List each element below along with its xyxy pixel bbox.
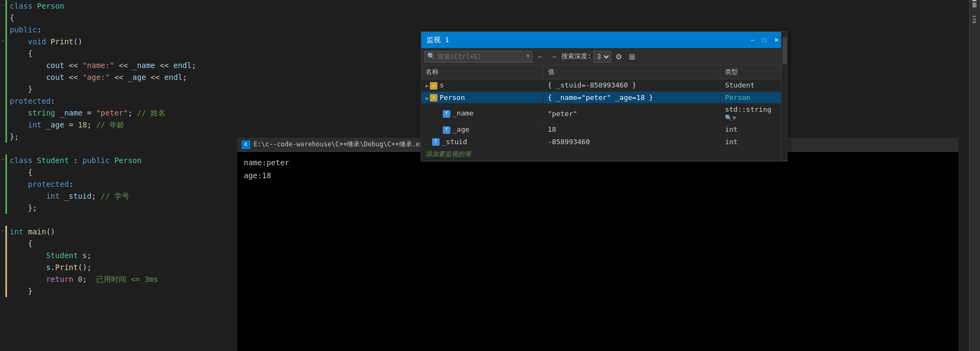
collapse-indicator-20[interactable] xyxy=(0,238,5,249)
line-content-17: }; xyxy=(8,202,237,214)
collapse-indicator-7[interactable] xyxy=(0,83,5,95)
token: "name:" xyxy=(78,61,114,70)
watch-add-label[interactable]: 添加要监视的项 xyxy=(421,148,787,161)
watch-restore-btn[interactable]: □ xyxy=(759,35,770,45)
depth-select[interactable]: 31245 xyxy=(593,51,611,63)
token: _name xyxy=(60,109,87,117)
collapse-indicator-3[interactable]: − xyxy=(0,36,5,48)
collapse-indicator-17[interactable] xyxy=(0,202,5,214)
watch-row-3[interactable]: f_age18int xyxy=(421,124,787,136)
col-type: 类型 xyxy=(721,65,787,79)
watch-name-1: ▶⚡Person xyxy=(421,91,543,104)
token: : xyxy=(73,156,83,165)
token: 已用时间 <= 3ms xyxy=(96,275,158,284)
token: { xyxy=(10,14,14,22)
collapse-indicator-15[interactable] xyxy=(0,178,5,190)
search-inline-icon[interactable]: 🔍▼ xyxy=(725,114,736,122)
code-line-2: public: xyxy=(0,24,237,36)
watch-value-1: { _name="peter" _age=18 } xyxy=(543,91,721,104)
watch-scrollbar[interactable] xyxy=(781,31,787,161)
collapse-indicator-10[interactable] xyxy=(0,119,5,131)
toolbar-filter-btn[interactable]: ⚙ xyxy=(613,51,625,62)
expand-icon-0[interactable]: ▶ xyxy=(426,83,429,89)
collapse-indicator-23[interactable] xyxy=(0,273,5,285)
search-input[interactable] xyxy=(437,53,524,60)
search-dropdown-icon[interactable]: ▼ xyxy=(526,53,530,59)
collapse-indicator-6[interactable] xyxy=(0,71,5,83)
code-editor: −class Person{public:− void Print() { co… xyxy=(0,0,237,351)
code-line-17: }; xyxy=(0,202,237,214)
right-panel-btn1[interactable]: 属性选项 xyxy=(970,2,979,9)
right-panel-btn2[interactable]: Git 提交 xyxy=(970,9,979,27)
collapse-indicator-16[interactable] xyxy=(0,190,5,202)
watch-value-4: -858993460 xyxy=(543,136,721,148)
code-line-6: cout << "age:" << _age << endl; xyxy=(0,71,237,83)
token: 0 xyxy=(78,275,82,284)
expand-icon-1[interactable]: ▶ xyxy=(426,95,429,101)
token: { xyxy=(10,49,32,58)
watch-row-2[interactable]: f_name"peter"std::string 🔍▼ xyxy=(421,104,787,124)
collapse-indicator-0[interactable]: − xyxy=(0,0,5,12)
collapse-indicator-1[interactable] xyxy=(0,12,5,24)
code-line-23: return 0; 已用时间 <= 3ms xyxy=(0,273,237,285)
token: << xyxy=(69,73,78,82)
line-content-1: { xyxy=(8,12,237,24)
token: : xyxy=(51,97,55,105)
token: endl xyxy=(165,73,183,82)
token: int xyxy=(10,120,46,129)
token: return xyxy=(10,275,78,284)
depth-label: 搜索深度: xyxy=(561,52,591,61)
collapse-indicator-18[interactable] xyxy=(0,214,5,226)
line-content-23: return 0; 已用时间 <= 3ms xyxy=(8,273,237,285)
watch-row-1[interactable]: ▶⚡Person{ _name="peter" _age=18 }Person xyxy=(421,91,787,104)
watch-name-2: f_name xyxy=(421,104,543,124)
watch-titlebar[interactable]: 监视 1 − □ ✕ xyxy=(421,32,787,48)
collapse-indicator-22[interactable] xyxy=(0,261,5,273)
token: public xyxy=(83,156,114,165)
watch-row-0[interactable]: ▶⚡s{ _stuid=-858993460 }Student xyxy=(421,79,787,92)
main-area: C E:\c--code-warehouse\C++继承\Debug\C++继承… xyxy=(237,0,969,351)
line-content-18 xyxy=(8,214,237,226)
token: = xyxy=(87,109,96,117)
token: << xyxy=(109,73,128,82)
collapse-indicator-12[interactable] xyxy=(0,143,5,154)
code-line-8: protected: xyxy=(0,95,237,107)
col-name: 名称 xyxy=(421,65,543,79)
collapse-indicator-13[interactable]: − xyxy=(0,154,5,166)
collapse-indicator-9[interactable] xyxy=(0,107,5,119)
collapse-indicator-5[interactable] xyxy=(0,59,5,71)
toolbar-cols-btn[interactable]: ⊞ xyxy=(627,51,638,62)
token: Print xyxy=(51,37,73,46)
token: ; xyxy=(87,251,91,260)
collapse-indicator-19[interactable]: − xyxy=(0,226,5,238)
collapse-indicator-14[interactable] xyxy=(0,166,5,178)
collapse-indicator-2[interactable] xyxy=(0,24,5,36)
collapse-indicator-4[interactable] xyxy=(0,48,5,59)
watch-scrollbar-thumb[interactable] xyxy=(783,37,787,64)
watch-row-4[interactable]: f_stuid-858993460int xyxy=(421,136,787,148)
token: protected xyxy=(10,180,69,188)
token: ; xyxy=(87,120,96,129)
search-back-btn[interactable]: ← xyxy=(534,51,546,62)
watch-close-btn[interactable]: ✕ xyxy=(771,35,782,45)
collapse-indicator-21[interactable] xyxy=(0,249,5,261)
collapse-indicator-24[interactable] xyxy=(0,285,5,297)
code-line-1: { xyxy=(0,12,237,24)
watch-add-row[interactable]: 添加要监视的项 xyxy=(421,148,787,161)
watch-name-0: ▶⚡s xyxy=(421,79,543,92)
token: }; xyxy=(10,204,37,212)
code-line-4: { xyxy=(0,48,237,59)
watch-value-0: { _stuid=-858993460 } xyxy=(543,79,721,92)
watch-title-controls: − □ ✕ xyxy=(747,35,782,45)
collapse-indicator-11[interactable] xyxy=(0,131,5,143)
search-fwd-btn[interactable]: → xyxy=(548,51,559,62)
token: Student xyxy=(10,251,83,260)
collapse-indicator-8[interactable] xyxy=(0,95,5,107)
watch-minimize-btn[interactable]: − xyxy=(747,35,758,45)
obj-icon-0: ⚡ xyxy=(430,82,437,90)
token: _age xyxy=(128,73,146,82)
token: _age xyxy=(46,120,68,129)
token: (); xyxy=(78,263,91,272)
code-line-0: −class Person xyxy=(0,0,237,12)
line-content-16: int _stuid; // 学号 xyxy=(8,190,237,202)
